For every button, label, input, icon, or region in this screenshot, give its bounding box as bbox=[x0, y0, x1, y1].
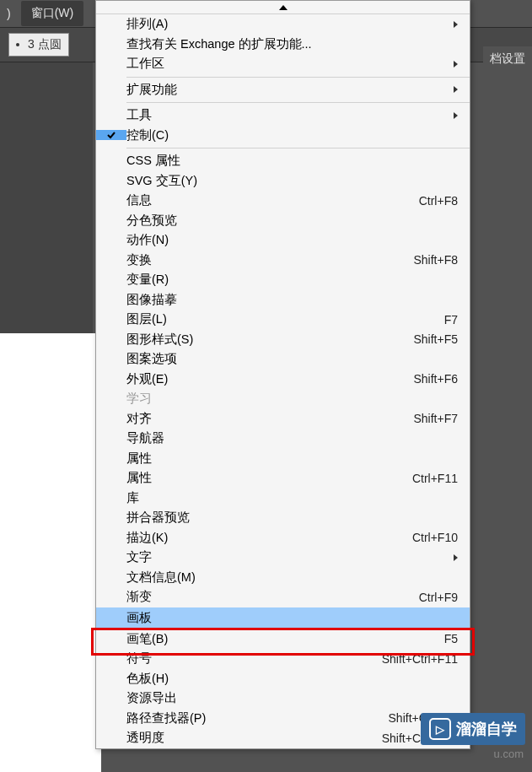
menu-item-library[interactable]: 库 bbox=[96, 489, 470, 509]
bullet-icon bbox=[16, 43, 19, 46]
menu-item-layers[interactable]: 图层(L) F7 bbox=[96, 310, 470, 330]
menu-label: 变量(R) bbox=[126, 272, 458, 288]
chevron-right-icon bbox=[454, 21, 458, 28]
menu-label: 分色预览 bbox=[126, 213, 458, 229]
menu-item-learn: 学习 bbox=[96, 389, 470, 409]
menu-shortcut: Shift+Ctrl+F11 bbox=[382, 652, 458, 666]
menu-item-workspace[interactable]: 工作区 bbox=[96, 54, 470, 74]
menu-item-align[interactable]: 对齐 Shift+F7 bbox=[96, 409, 470, 429]
canvas-area[interactable] bbox=[0, 333, 101, 772]
menu-label: 对齐 bbox=[126, 411, 413, 427]
menu-item-properties[interactable]: 属性 Ctrl+F11 bbox=[96, 468, 470, 489]
menu-label: 文档信息(M) bbox=[126, 570, 458, 586]
menu-label: 文字 bbox=[126, 549, 443, 565]
chevron-right-icon bbox=[454, 112, 458, 119]
menu-item-doc-info[interactable]: 文档信息(M) bbox=[96, 568, 470, 588]
menu-label: 资源导出 bbox=[126, 690, 458, 706]
menu-item-variables[interactable]: 变量(R) bbox=[96, 270, 470, 290]
menu-label: 符号 bbox=[126, 651, 382, 667]
menu-label: 外观(E) bbox=[126, 371, 413, 387]
menu-shortcut: Ctrl+F9 bbox=[419, 591, 458, 604]
menu-scroll-up[interactable] bbox=[96, 1, 470, 14]
menu-label: 图层(L) bbox=[126, 311, 444, 327]
menu-item-tools[interactable]: 工具 bbox=[96, 105, 470, 126]
menu-label: 排列(A) bbox=[126, 16, 443, 32]
menu-shortcut: Ctrl+F11 bbox=[412, 472, 458, 485]
menu-item-brushes[interactable]: 画笔(B) F5 bbox=[96, 629, 470, 650]
window-dropdown-menu: 排列(A) 查找有关 Exchange 的扩展功能... 工作区 扩展功能 工具… bbox=[95, 0, 470, 749]
menu-label: 信息 bbox=[126, 192, 419, 208]
menu-item-artboards[interactable]: 画板 bbox=[96, 607, 470, 629]
menu-item-pattern-options[interactable]: 图案选项 bbox=[96, 349, 470, 370]
menu-item-type[interactable]: 文字 bbox=[96, 548, 470, 568]
menu-label: 拼合器预览 bbox=[126, 510, 458, 526]
menu-item-gradient[interactable]: 渐变 Ctrl+F9 bbox=[96, 587, 470, 607]
menu-separator bbox=[126, 148, 470, 148]
menu-item-svg-interact[interactable]: SVG 交互(Y) bbox=[96, 171, 470, 192]
menu-label: 属性 bbox=[126, 451, 458, 467]
menu-label: 导航器 bbox=[126, 430, 458, 446]
menu-label: 描边(K) bbox=[126, 530, 412, 546]
menu-label: 学习 bbox=[126, 391, 458, 407]
watermark-subtext: u.com bbox=[494, 748, 524, 760]
menu-item-control[interactable]: 控制(C) bbox=[96, 126, 470, 146]
menu-item-info[interactable]: 信息 Ctrl+F8 bbox=[96, 191, 470, 211]
menu-label: 工具 bbox=[126, 107, 443, 123]
menu-label: 库 bbox=[126, 490, 458, 506]
menu-label: 控制(C) bbox=[126, 127, 458, 143]
menubar-fragment: ) bbox=[0, 7, 18, 20]
menu-shortcut: Shift+F7 bbox=[413, 412, 458, 425]
play-icon: ▷ bbox=[429, 718, 451, 740]
menu-item-css-props[interactable]: CSS 属性 bbox=[96, 151, 470, 171]
menu-item-stroke[interactable]: 描边(K) Ctrl+F10 bbox=[96, 528, 470, 548]
menu-item-image-trace[interactable]: 图像描摹 bbox=[96, 290, 470, 310]
menu-item-asset-export[interactable]: 资源导出 bbox=[96, 688, 470, 709]
menu-item-exchange[interactable]: 查找有关 Exchange 的扩展功能... bbox=[96, 35, 470, 55]
menu-label: 扩展功能 bbox=[126, 82, 443, 98]
arrow-up-icon bbox=[279, 5, 287, 10]
menu-label: 图像描摹 bbox=[126, 292, 458, 308]
menu-label: CSS 属性 bbox=[126, 153, 458, 169]
doc-settings-button[interactable]: 档设置 bbox=[483, 46, 532, 72]
watermark-text: 溜溜自学 bbox=[456, 719, 517, 739]
menu-item-actions[interactable]: 动作(N) bbox=[96, 230, 470, 251]
menu-label: 动作(N) bbox=[126, 232, 458, 248]
menu-label: 透明度 bbox=[126, 730, 382, 746]
menu-shortcut: F5 bbox=[444, 632, 458, 645]
menu-item-transparency[interactable]: 透明度 Shift+Ctrl+F10 bbox=[96, 728, 470, 748]
menu-window[interactable]: 窗口(W) bbox=[21, 1, 84, 26]
menu-separator bbox=[126, 77, 470, 78]
menu-label: 路径查找器(P) bbox=[126, 710, 389, 726]
menu-shortcut: F7 bbox=[444, 313, 458, 327]
menu-item-attributes[interactable]: 属性 bbox=[96, 449, 470, 469]
menu-item-appearance[interactable]: 外观(E) Shift+F6 bbox=[96, 370, 470, 390]
menu-label: 图案选项 bbox=[126, 351, 458, 367]
toolbar-point-circle[interactable]: 3 点圆 bbox=[8, 33, 69, 57]
menu-shortcut: Ctrl+F8 bbox=[419, 194, 458, 208]
menu-label: 查找有关 Exchange 的扩展功能... bbox=[126, 36, 458, 52]
menu-shortcut: Ctrl+F10 bbox=[412, 531, 458, 544]
menu-item-symbols[interactable]: 符号 Shift+Ctrl+F11 bbox=[96, 649, 470, 669]
menu-item-pathfinder[interactable]: 路径查找器(P) Shift+Ctrl+F9 bbox=[96, 709, 470, 729]
menu-item-arrange[interactable]: 排列(A) bbox=[96, 14, 470, 35]
menu-label: SVG 交互(Y) bbox=[126, 173, 458, 189]
menu-label: 渐变 bbox=[126, 589, 419, 605]
menu-label: 工作区 bbox=[126, 56, 443, 72]
toolbar-label: 3 点圆 bbox=[28, 37, 62, 52]
chevron-right-icon bbox=[454, 554, 458, 561]
menu-label: 变换 bbox=[126, 252, 413, 268]
menu-label: 属性 bbox=[126, 470, 412, 486]
menu-shortcut: Shift+F8 bbox=[413, 253, 458, 267]
watermark-logo: ▷ 溜溜自学 bbox=[421, 713, 525, 745]
menu-item-extensions[interactable]: 扩展功能 bbox=[96, 80, 470, 100]
menu-shortcut: Shift+F5 bbox=[413, 332, 458, 346]
menu-item-sep-preview[interactable]: 分色预览 bbox=[96, 211, 470, 231]
menu-item-flattener[interactable]: 拼合器预览 bbox=[96, 508, 470, 528]
menu-item-navigator[interactable]: 导航器 bbox=[96, 429, 470, 449]
menu-item-swatches[interactable]: 色板(H) bbox=[96, 669, 470, 689]
menu-item-transform[interactable]: 变换 Shift+F8 bbox=[96, 251, 470, 271]
menu-label: 图形样式(S) bbox=[126, 332, 413, 348]
menu-label: 画笔(B) bbox=[126, 631, 444, 647]
chevron-right-icon bbox=[454, 61, 458, 67]
menu-item-graphic-styles[interactable]: 图形样式(S) Shift+F5 bbox=[96, 330, 470, 350]
